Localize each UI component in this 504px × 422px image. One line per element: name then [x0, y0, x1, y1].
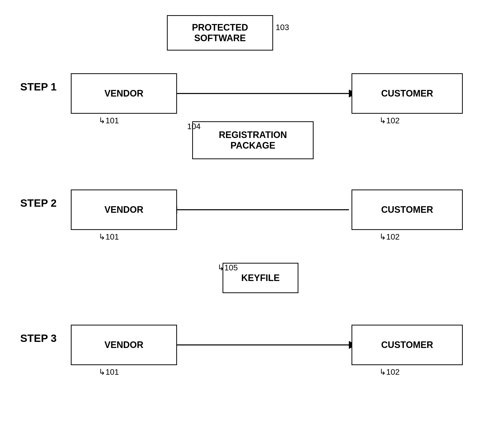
- step3-label: STEP 3: [20, 332, 57, 344]
- ref-102-s2: ↳102: [379, 232, 400, 242]
- keyfile-label: KEYFILE: [241, 273, 280, 283]
- vendor-step2-box: VENDOR: [71, 190, 177, 230]
- ref-104: 104: [187, 122, 201, 131]
- registration-package-box: REGISTRATION PACKAGE: [192, 121, 314, 159]
- vendor-step3-label: VENDOR: [104, 340, 143, 350]
- vendor-step3-box: VENDOR: [71, 325, 177, 365]
- diagram-container: PROTECTED SOFTWARE 103 STEP 1 VENDOR ↳10…: [0, 0, 504, 422]
- vendor-step2-label: VENDOR: [104, 204, 143, 215]
- customer-step2-label: CUSTOMER: [381, 204, 433, 215]
- step2-label: STEP 2: [20, 197, 57, 209]
- ref-103: 103: [276, 23, 289, 32]
- vendor-step1-label: VENDOR: [104, 88, 143, 99]
- customer-step3-box: CUSTOMER: [352, 325, 463, 365]
- protected-software-label: PROTECTED SOFTWARE: [192, 22, 248, 43]
- ref-102-s3: ↳102: [379, 367, 400, 377]
- ref-102-s1: ↳102: [379, 116, 400, 125]
- protected-software-box: PROTECTED SOFTWARE: [167, 15, 273, 51]
- registration-package-label: REGISTRATION PACKAGE: [219, 130, 287, 151]
- customer-step1-box: CUSTOMER: [352, 73, 463, 114]
- customer-step3-label: CUSTOMER: [381, 340, 433, 350]
- ref-101-s2: ↳101: [99, 232, 119, 242]
- ref-105: ↳105: [217, 263, 238, 272]
- customer-step1-label: CUSTOMER: [381, 88, 433, 99]
- vendor-step1-box: VENDOR: [71, 73, 177, 114]
- step1-label: STEP 1: [20, 81, 57, 93]
- ref-101-s3: ↳101: [99, 367, 119, 377]
- customer-step2-box: CUSTOMER: [352, 190, 463, 230]
- ref-101-s1: ↳101: [99, 116, 119, 125]
